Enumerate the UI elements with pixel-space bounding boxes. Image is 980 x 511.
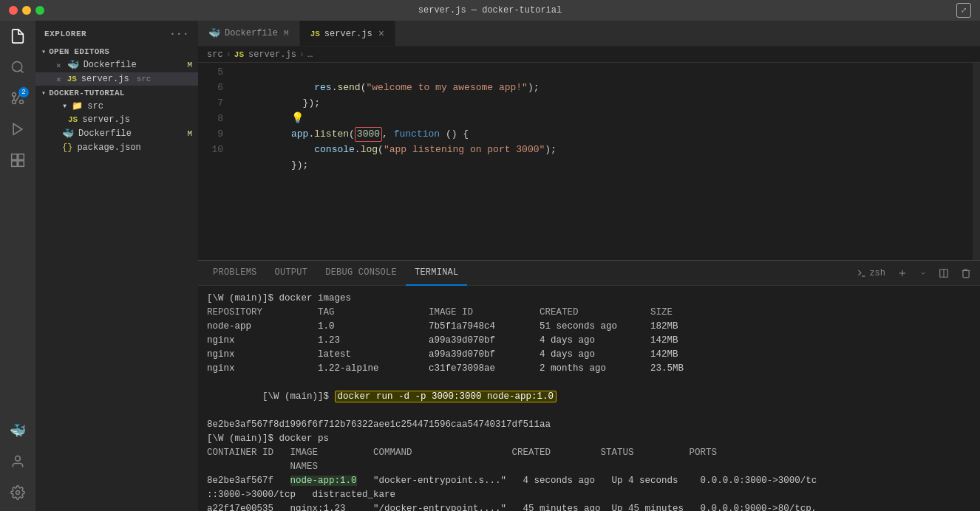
project-section[interactable]: ▾ DOCKER-TUTORIAL — [35, 86, 198, 99]
tab-terminal[interactable]: TERMINAL — [406, 261, 468, 286]
minimize-button[interactable] — [22, 6, 31, 15]
window-title: server.js — docker-tutorial — [418, 5, 562, 16]
open-editor-dockerfile[interactable]: ✕ 🐳 Dockerfile M — [35, 58, 198, 72]
main-layout: 2 🐳 — [0, 21, 980, 511]
svg-line-1 — [21, 70, 24, 73]
open-editor-serverjs[interactable]: ✕ JS server.js src — [35, 72, 198, 86]
tab-debug-console[interactable]: DEBUG CONSOLE — [316, 261, 406, 286]
source-control-icon[interactable]: 2 — [5, 86, 30, 111]
js-icon: JS — [68, 115, 78, 124]
tab-dockerfile[interactable]: 🐳 Dockerfile M — [198, 21, 300, 46]
sidebar-item-packagejson[interactable]: {} package.json — [35, 141, 198, 154]
scrollbar-vertical[interactable] — [973, 63, 980, 260]
open-editors-section[interactable]: ▾ OPEN EDITORS — [35, 44, 198, 58]
term-header-row: REPOSITORY TAG IMAGE ID CREATED SIZE — [207, 306, 971, 320]
sidebar-item-serverjs[interactable]: JS server.js — [35, 113, 198, 126]
term-row-nginx3: nginx 1.22-alpine c31fe73098ae 2 months … — [207, 362, 971, 376]
svg-rect-6 — [12, 154, 18, 160]
sidebar-item-dockerfile[interactable]: 🐳 Dockerfile M — [35, 126, 198, 141]
line-numbers: 5 6 7 8 9 10 — [198, 63, 231, 260]
term-prompt3: [\W (main)]$ — [207, 433, 279, 444]
dockerfile-tab-label: Dockerfile — [225, 28, 278, 38]
term-prompt2: [\W (main)]$ — [262, 391, 335, 402]
js-tab-icon: JS — [310, 30, 320, 38]
split-terminal-icon[interactable] — [936, 267, 952, 280]
open-editor-serverjs-name: server.js — [81, 74, 129, 84]
docker-icon[interactable]: 🐳 — [5, 418, 30, 443]
svg-point-11 — [16, 491, 20, 495]
chevron-down-icon: ▾ — [41, 47, 46, 56]
settings-icon[interactable] — [5, 480, 30, 505]
js-icon: JS — [67, 75, 77, 83]
code-editor[interactable]: 5 6 7 8 9 10 res.send("welcome to my awe… — [198, 63, 980, 260]
terminal-dropdown-icon[interactable] — [916, 268, 930, 278]
term-cmd: docker images — [279, 293, 352, 303]
svg-point-4 — [13, 100, 16, 104]
svg-point-10 — [16, 456, 21, 462]
add-terminal-button[interactable] — [894, 267, 911, 280]
breadcrumb-sep2: › — [299, 49, 304, 60]
svg-point-3 — [13, 93, 16, 97]
window-controls[interactable] — [9, 6, 44, 15]
source-control-badge: 2 — [18, 87, 29, 97]
output-label: OUTPUT — [275, 267, 308, 278]
activity-bar-bottom: 🐳 — [5, 418, 30, 505]
sidebar-title: EXPLORER — [44, 30, 86, 38]
sidebar-item-src[interactable]: ▾ 📁 src — [35, 99, 198, 113]
sidebar-more-icon[interactable]: ··· — [169, 28, 189, 40]
svg-marker-5 — [13, 124, 22, 135]
svg-rect-9 — [18, 161, 24, 167]
serverjs-path: src — [137, 75, 152, 83]
close-button[interactable] — [9, 6, 18, 15]
code-line-8: app.listen(3000, function () { — [234, 111, 980, 126]
packagejson-name: package.json — [77, 143, 140, 153]
account-icon[interactable] — [5, 449, 30, 474]
panel-tabs: PROBLEMS OUTPUT DEBUG CONSOLE TERMINAL — [198, 261, 980, 286]
open-editor-dockerfile-name: Dockerfile — [84, 60, 137, 70]
svg-point-0 — [13, 62, 22, 72]
code-content[interactable]: res.send("welcome to my awesome app!"); … — [231, 63, 980, 260]
term-row-nginx2: nginx latest a99a39d070bf 4 days ago 142… — [207, 348, 971, 362]
chevron-down-icon: ▾ — [41, 89, 46, 97]
tab-close-icon[interactable]: × — [378, 28, 384, 40]
editor-area: 🐳 Dockerfile M JS server.js × src › JS s… — [198, 21, 980, 511]
open-editors-label: OPEN EDITORS — [49, 47, 109, 56]
modified-badge: M — [187, 129, 192, 138]
run-icon[interactable] — [5, 117, 30, 142]
svg-rect-7 — [18, 154, 24, 160]
project-label: DOCKER-TUTORIAL — [49, 89, 124, 97]
layout-icon[interactable]: ⤢ — [956, 3, 971, 18]
chevron-down-icon: ▾ — [62, 100, 67, 112]
code-line-5: res.send("welcome to my awesome app!"); — [234, 64, 980, 80]
sidebar: EXPLORER ··· ▾ OPEN EDITORS ✕ 🐳 Dockerfi… — [35, 21, 198, 511]
tab-problems[interactable]: PROBLEMS — [204, 261, 266, 286]
term-ps-header: CONTAINER ID IMAGE COMMAND CREATED STATU… — [207, 446, 971, 460]
term-row-nodeapp: node-app 1.0 7b5f1a7948c4 51 seconds ago… — [207, 320, 971, 334]
src-folder-name: src — [87, 101, 103, 112]
tab-serverjs[interactable]: JS server.js × — [300, 21, 395, 46]
term-line-docker-ps: [\W (main)]$ docker ps — [207, 432, 971, 446]
close-icon[interactable]: ✕ — [56, 75, 61, 84]
dockerfile-modified: M — [284, 29, 289, 38]
extensions-icon[interactable] — [5, 148, 30, 173]
files-icon[interactable] — [5, 24, 30, 49]
bottom-panel: PROBLEMS OUTPUT DEBUG CONSOLE TERMINAL — [198, 260, 980, 511]
tabs-bar: 🐳 Dockerfile M JS server.js × — [198, 21, 980, 47]
json-icon: {} — [62, 143, 72, 153]
debug-console-label: DEBUG CONSOLE — [325, 267, 397, 278]
term-line-docker-run: [\W (main)]$ docker run -d -p 3000:3000 … — [207, 376, 971, 418]
panel-tab-actions: zsh — [854, 267, 974, 280]
tab-output[interactable]: OUTPUT — [266, 261, 317, 286]
terminal-content[interactable]: [\W (main)]$ docker images REPOSITORY TA… — [198, 286, 980, 511]
activity-bar: 2 🐳 — [0, 21, 35, 511]
svg-point-2 — [20, 100, 24, 104]
modified-badge: M — [187, 61, 192, 69]
search-icon[interactable] — [5, 55, 30, 80]
close-icon[interactable]: ✕ — [56, 61, 61, 70]
term-line-docker-images: [\W (main)]$ docker images — [207, 292, 971, 306]
breadcrumb-dots: … — [307, 49, 313, 60]
dockerfile-name: Dockerfile — [78, 128, 132, 139]
kill-terminal-icon[interactable] — [958, 267, 974, 280]
maximize-button[interactable] — [35, 6, 44, 15]
terminal-new-icon[interactable]: zsh — [854, 267, 888, 280]
